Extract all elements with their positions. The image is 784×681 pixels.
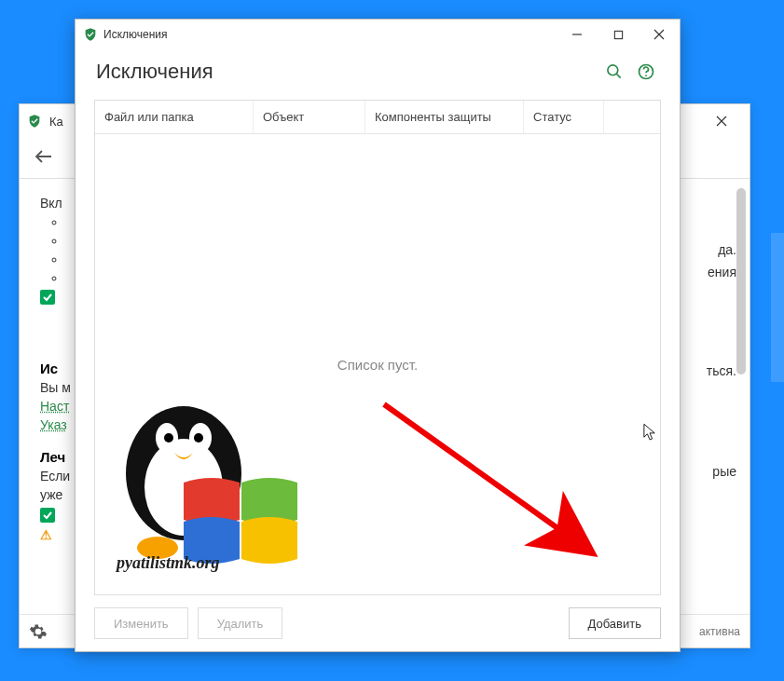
help-icon bbox=[637, 62, 655, 81]
warning-icon: ⚠ bbox=[40, 527, 55, 542]
delete-button[interactable]: Удалить bbox=[198, 607, 283, 639]
edit-button[interactable]: Изменить bbox=[94, 607, 188, 639]
text-fragment: да. bbox=[708, 242, 736, 257]
svg-point-11 bbox=[189, 537, 230, 559]
text-fragment: ения bbox=[708, 265, 736, 279]
table-header-row: Файл или папка Объект Компоненты защиты … bbox=[95, 101, 660, 134]
column-header-file[interactable]: Файл или папка bbox=[95, 101, 254, 133]
scrollbar-thumb[interactable] bbox=[736, 188, 746, 375]
svg-line-12 bbox=[384, 404, 580, 544]
annotation-arrow bbox=[375, 395, 617, 563]
svg-rect-0 bbox=[614, 31, 622, 38]
add-button[interactable]: Добавить bbox=[569, 607, 661, 639]
shield-icon bbox=[83, 27, 98, 42]
watermark-text: pyatilistmk.org bbox=[117, 553, 220, 573]
svg-point-6 bbox=[156, 423, 178, 453]
back-arrow-icon[interactable] bbox=[34, 148, 53, 168]
front-window-footer: Изменить Удалить Добавить bbox=[76, 595, 680, 651]
desktop-edge bbox=[771, 233, 784, 382]
svg-point-7 bbox=[189, 423, 212, 453]
column-header-status[interactable]: Статус bbox=[524, 101, 604, 133]
text-fragment: рые bbox=[712, 464, 736, 479]
search-icon bbox=[605, 62, 624, 81]
help-button[interactable] bbox=[633, 59, 659, 85]
close-icon bbox=[716, 116, 727, 127]
front-window-titlebar: Исключения bbox=[76, 20, 680, 49]
link-settings[interactable]: Наст bbox=[40, 399, 69, 414]
svg-point-10 bbox=[137, 537, 178, 559]
text-fragment: ться. bbox=[707, 363, 736, 378]
front-window-title: Исключения bbox=[103, 28, 557, 41]
maximize-button[interactable] bbox=[598, 20, 639, 49]
exclusions-table: Файл или папка Объект Компоненты защиты … bbox=[94, 100, 661, 595]
column-header-components[interactable]: Компоненты защиты bbox=[365, 101, 524, 133]
svg-point-5 bbox=[144, 439, 223, 536]
svg-point-8 bbox=[164, 433, 173, 443]
close-button[interactable] bbox=[639, 20, 680, 49]
checkbox-checked-icon[interactable] bbox=[40, 508, 55, 523]
link-specify[interactable]: Указ bbox=[40, 417, 67, 432]
svg-point-1 bbox=[608, 65, 618, 75]
gear-icon[interactable] bbox=[29, 622, 48, 641]
svg-point-4 bbox=[126, 406, 241, 540]
maximize-icon bbox=[613, 30, 624, 40]
watermark-logo: pyatilistmk.org bbox=[100, 380, 305, 590]
status-text: активна bbox=[699, 625, 740, 638]
svg-point-3 bbox=[645, 75, 647, 76]
close-icon bbox=[653, 29, 665, 40]
cursor-icon bbox=[643, 423, 656, 442]
column-header-spacer bbox=[604, 101, 660, 133]
checkbox-checked-icon[interactable] bbox=[40, 290, 55, 305]
search-button[interactable] bbox=[601, 59, 627, 85]
svg-point-9 bbox=[194, 433, 203, 443]
table-body: Список пуст. bbox=[95, 134, 660, 594]
front-window-header: Исключения bbox=[76, 49, 680, 100]
page-title: Исключения bbox=[96, 60, 596, 84]
minimize-button[interactable] bbox=[557, 20, 598, 49]
column-header-object[interactable]: Объект bbox=[254, 101, 365, 133]
minimize-icon bbox=[571, 29, 583, 40]
empty-list-text: Список пуст. bbox=[337, 357, 418, 373]
exclusions-window: Исключения Исключения Файл или папка Объ… bbox=[75, 19, 681, 652]
shield-icon bbox=[27, 114, 42, 129]
close-button[interactable] bbox=[701, 108, 742, 134]
